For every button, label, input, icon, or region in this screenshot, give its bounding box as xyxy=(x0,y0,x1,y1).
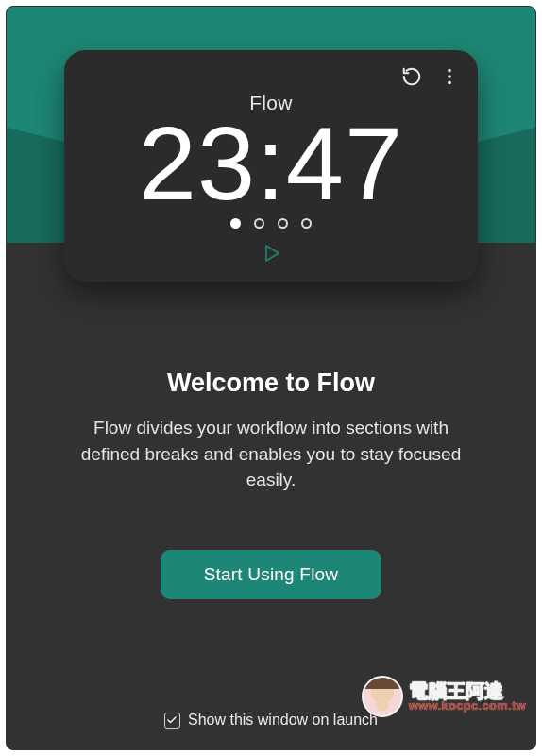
show-on-launch-label: Show this window on launch xyxy=(188,712,378,729)
timer-card: Flow 23:47 xyxy=(64,50,478,282)
show-on-launch-checkbox[interactable] xyxy=(164,713,180,729)
session-dot xyxy=(278,218,288,229)
session-dot xyxy=(254,218,264,229)
welcome-panel: Flow 23:47 Welcome to Flow Flow divides … xyxy=(7,7,535,749)
welcome-heading: Welcome to Flow xyxy=(167,369,375,398)
more-icon[interactable] xyxy=(438,65,461,88)
svg-point-0 xyxy=(448,69,451,73)
svg-marker-3 xyxy=(266,246,279,261)
timer-card-actions xyxy=(400,65,461,88)
svg-point-1 xyxy=(448,75,451,78)
timer-time: 23:47 xyxy=(85,111,457,216)
screenshot-frame: Flow 23:47 Welcome to Flow Flow divides … xyxy=(6,6,536,750)
svg-point-2 xyxy=(448,81,451,85)
reset-icon[interactable] xyxy=(400,65,423,88)
show-on-launch-row[interactable]: Show this window on launch xyxy=(164,712,378,732)
session-dot xyxy=(230,218,241,229)
start-using-flow-button[interactable]: Start Using Flow xyxy=(161,550,382,599)
session-dot xyxy=(301,218,312,229)
welcome-description: Flow divides your workflow into sections… xyxy=(73,415,469,493)
play-icon[interactable] xyxy=(260,242,282,265)
